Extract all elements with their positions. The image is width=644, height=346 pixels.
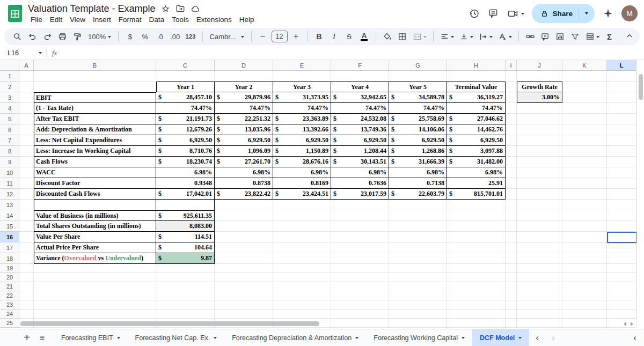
strikethrough-button[interactable]: S <box>343 30 356 43</box>
cell-E11[interactable]: 0.8169 <box>273 178 331 189</box>
move-folder-icon[interactable] <box>175 4 185 13</box>
cell-B12[interactable]: Discounted Cash Flows <box>34 189 156 200</box>
font-family-select[interactable]: Cambr... <box>208 30 246 43</box>
cell-G5[interactable]: $25,758.69 <box>389 114 447 124</box>
row-header-12[interactable]: 12 <box>0 189 19 200</box>
vertical-align-button[interactable] <box>458 30 475 43</box>
row-header-4[interactable]: 4 <box>0 103 19 114</box>
cell-F12[interactable]: $23,017.59 <box>331 189 389 200</box>
format-currency-button[interactable]: $ <box>123 30 136 43</box>
cell-G3[interactable]: $34,589.78 <box>389 92 447 103</box>
cell-C8[interactable]: $8,710.76 <box>156 146 215 157</box>
cell-D2[interactable]: Year 2 <box>215 82 273 92</box>
version-history-icon[interactable] <box>468 8 480 19</box>
cell-F6[interactable]: $13,749.36 <box>331 124 389 135</box>
cell-E12[interactable]: $23,424.51 <box>273 189 331 200</box>
vertical-scrollbar-thumb[interactable] <box>639 74 643 100</box>
cell-F11[interactable]: 0.7636 <box>331 178 389 189</box>
cell-E5[interactable]: $23,363.89 <box>273 114 331 124</box>
cell-C3[interactable]: $28,457.10 <box>156 92 215 103</box>
cell-C10[interactable]: 6.98% <box>156 167 215 178</box>
cell-B4[interactable]: (1 - Tax Rate) <box>34 103 156 114</box>
sheets-logo-icon[interactable] <box>8 4 23 23</box>
format-percent-button[interactable]: % <box>138 30 151 43</box>
document-title[interactable]: Valuation Template - Example <box>28 3 155 14</box>
cell-C12[interactable]: $17,042.01 <box>156 189 215 200</box>
cell-B7[interactable]: Less: Net Capital Expenditures <box>34 135 156 146</box>
menu-extensions[interactable]: Extensions <box>193 15 236 24</box>
cell-B17[interactable]: Actual Price Per Share <box>34 242 156 253</box>
increase-font-size-button[interactable]: + <box>290 30 303 43</box>
cell-D12[interactable]: $23,822.42 <box>215 189 273 200</box>
column-header-L[interactable]: L <box>607 60 636 71</box>
comments-icon[interactable] <box>487 8 499 19</box>
cell-F5[interactable]: $24,532.08 <box>331 114 389 124</box>
cell-E6[interactable]: $13,392.66 <box>273 124 331 135</box>
paint-format-icon[interactable] <box>71 30 84 43</box>
cell-G9[interactable]: $31,666.39 <box>389 157 447 167</box>
bold-button[interactable]: B <box>313 30 326 43</box>
insert-link-icon[interactable] <box>524 30 537 43</box>
row-header-22[interactable]: 22 <box>0 291 19 300</box>
column-header-I[interactable]: I <box>506 60 517 71</box>
text-wrap-button[interactable] <box>477 30 494 43</box>
menu-file[interactable]: File <box>27 15 46 24</box>
sheet-tab-forecasting-net-cap-ex-[interactable]: Forecasting Net Cap. Ex. <box>128 329 225 346</box>
cell-G4[interactable]: 74.47% <box>389 103 447 114</box>
cell-C2[interactable]: Year 1 <box>156 82 215 92</box>
cell-D9[interactable]: $27,261.70 <box>215 157 273 167</box>
cell-D5[interactable]: $22,251.32 <box>215 114 273 124</box>
row-header-17[interactable]: 17 <box>0 242 19 253</box>
row-header-13[interactable]: 13 <box>0 200 19 210</box>
cell-E4[interactable]: 74.47% <box>273 103 331 114</box>
cell-C4[interactable]: 74.47% <box>156 103 215 114</box>
name-box[interactable]: L16 <box>0 49 46 57</box>
menu-tools[interactable]: Tools <box>168 15 193 24</box>
cell-H10[interactable]: 6.98% <box>447 167 506 178</box>
font-size-input[interactable]: 12 <box>272 31 288 42</box>
cell-C16[interactable]: $114.51 <box>156 232 215 242</box>
menu-view[interactable]: View <box>66 15 89 24</box>
cell-E3[interactable]: $31,373.95 <box>273 92 331 103</box>
row-header-24[interactable]: 24 <box>0 310 19 319</box>
cell-J2[interactable]: Growth Rate <box>517 82 562 92</box>
table-views-button[interactable] <box>584 30 601 43</box>
cell-C11[interactable]: 0.9348 <box>156 178 215 189</box>
row-header-1[interactable]: 1 <box>0 71 19 82</box>
fill-color-icon[interactable] <box>381 30 394 43</box>
menu-data[interactable]: Data <box>145 15 169 24</box>
prev-sheets-button[interactable]: ‹ <box>529 333 545 343</box>
horizontal-align-button[interactable] <box>438 30 456 43</box>
collapse-panel-button[interactable]: ‹ <box>626 333 644 343</box>
column-header-D[interactable]: D <box>215 60 273 71</box>
cell-B14[interactable]: Value of Business (in millions) <box>34 210 156 221</box>
merge-cells-button[interactable] <box>411 30 428 43</box>
row-header-19[interactable]: 19 <box>0 264 19 273</box>
cell-D6[interactable]: $13,035.96 <box>215 124 273 135</box>
scroll-right-icon[interactable] <box>631 322 635 326</box>
cell-D4[interactable]: 74.47% <box>215 103 273 114</box>
share-dropdown[interactable] <box>579 9 595 18</box>
cell-C5[interactable]: $21,191.73 <box>156 114 215 124</box>
collapse-toolbar-button[interactable] <box>626 32 633 41</box>
cell-E7[interactable]: $6,929.50 <box>273 135 331 146</box>
share-button[interactable]: Share <box>532 4 595 23</box>
cell-B9[interactable]: Cash Flows <box>34 157 156 167</box>
row-header-11[interactable]: 11 <box>0 178 19 189</box>
cell-C18[interactable]: $9.87 <box>156 253 215 264</box>
horizontal-scroll-arrows[interactable] <box>620 320 637 327</box>
sheet-tab-dcf-model[interactable]: DCF Model <box>472 329 529 346</box>
next-sheets-button[interactable]: › <box>545 333 561 343</box>
column-header-J[interactable]: J <box>517 60 562 71</box>
active-cell-outline[interactable] <box>607 232 636 243</box>
menu-insert[interactable]: Insert <box>89 15 115 24</box>
cell-H9[interactable]: $31,482.00 <box>447 157 506 167</box>
cell-F10[interactable]: 6.98% <box>331 167 389 178</box>
cell-H6[interactable]: $14,462.76 <box>447 124 506 135</box>
cell-B6[interactable]: Add: Depreciation & Amortization <box>34 124 156 135</box>
cell-G10[interactable]: 6.98% <box>389 167 447 178</box>
cell-H7[interactable]: $6,929.50 <box>447 135 506 146</box>
horizontal-scrollbar[interactable] <box>19 320 617 327</box>
cell-B11[interactable]: Discount Factor <box>34 178 156 189</box>
cell-B10[interactable]: WACC <box>34 167 156 178</box>
